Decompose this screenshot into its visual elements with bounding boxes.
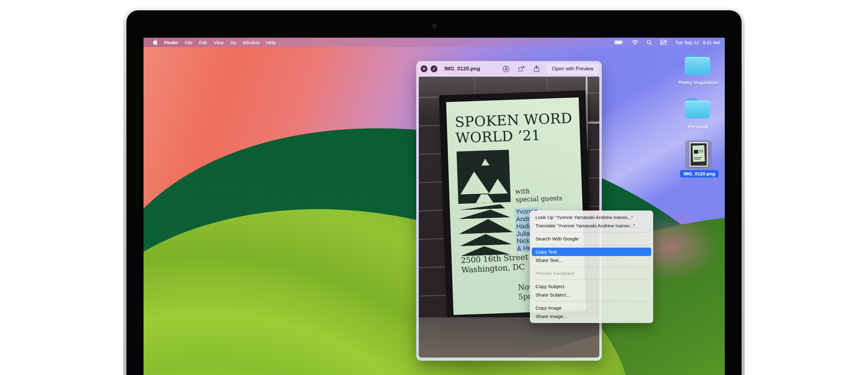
control-center-icon[interactable] — [660, 40, 667, 45]
triangle-icon — [488, 178, 508, 194]
menu-bar-left: Finder File Edit View Go Window Help — [144, 39, 276, 46]
battery-icon[interactable] — [614, 40, 624, 45]
menu-item-search-with-google[interactable]: Search With Google — [530, 234, 653, 243]
menu-item-edit[interactable]: Edit — [199, 40, 207, 45]
apple-icon — [153, 39, 158, 45]
menu-item-share-image[interactable]: Share Image... — [530, 312, 653, 320]
menu-item-share-subject[interactable]: Share Subject... — [530, 291, 653, 299]
poster-graphic-square — [457, 150, 510, 204]
poster-subtitle: withspecial guests — [515, 186, 563, 204]
pavement — [419, 318, 599, 357]
menu-item-finder[interactable]: Finder — [164, 40, 178, 45]
menu-item-help[interactable]: Help — [266, 40, 276, 45]
poster-title: SPOKEN WORDWORLD ’21 — [455, 110, 573, 146]
wifi-icon[interactable] — [632, 40, 639, 45]
context-menu: Look Up “Yvonne Yamasaki Andrew Ivanov..… — [530, 210, 653, 323]
file-thumbnail[interactable] — [690, 142, 708, 167]
clock-time: 9:41 AM — [703, 40, 720, 45]
stage: Finder File Edit View Go Window Help — [0, 0, 868, 375]
quicklook-titlebar[interactable]: ✕ IMG_0120.png — [416, 61, 602, 77]
menu-bar-clock[interactable]: Tue Sep 12 9:41 AM — [675, 40, 720, 45]
folder-label-poetry[interactable]: Poetry Inspiration — [671, 80, 725, 85]
conduit-bracket — [586, 122, 599, 124]
menu-item-look-up[interactable]: Look Up “Yvonne Yamasaki Andrew Ivanov..… — [530, 213, 653, 222]
window-title: IMG_0120.png — [444, 66, 480, 72]
tree-triangle — [458, 209, 510, 219]
menu-separator — [535, 301, 648, 301]
clock-date: Tue Sep 12 — [675, 40, 699, 45]
menu-bar: Finder File Edit View Go Window Help — [144, 38, 725, 47]
menu-item-translate[interactable]: Translate “Yvonne Yamasaki Andrew Ivanov… — [530, 222, 653, 230]
open-with-preview-button[interactable]: Open with Preview — [547, 64, 598, 74]
menu-item-provide-feedback: Provide Feedback — [530, 269, 653, 278]
trapezoid-shape — [470, 194, 498, 203]
menu-separator — [535, 245, 648, 246]
file-name-label[interactable]: IMG_0120.png — [680, 170, 718, 177]
tree-triangle — [458, 218, 513, 234]
tree-triangle — [460, 233, 512, 247]
triangle-icon — [481, 158, 489, 166]
share-icon[interactable] — [533, 65, 540, 73]
folder-label-personal[interactable]: Personal — [671, 124, 725, 129]
webcam — [432, 23, 437, 29]
folder-icon — [685, 98, 710, 118]
menu-item-copy-text[interactable]: Copy Text — [532, 248, 651, 256]
menu-item-share-text[interactable]: Share Text... — [530, 256, 653, 264]
menu-item-window[interactable]: Window — [243, 40, 259, 45]
menu-item-go[interactable]: Go — [230, 40, 236, 45]
guest-name: Nick — [516, 237, 530, 244]
triangle-icon — [460, 171, 489, 194]
apple-menu[interactable] — [153, 39, 158, 46]
close-button[interactable]: ✕ — [421, 65, 428, 72]
rotate-icon[interactable] — [518, 65, 525, 73]
thumbnail-photo — [690, 143, 707, 166]
stone-base — [419, 317, 599, 357]
desktop-folder-personal[interactable] — [685, 98, 710, 118]
desktop-folder-poetry[interactable] — [685, 55, 710, 75]
search-icon[interactable] — [647, 40, 652, 45]
menu-item-view[interactable]: View — [214, 40, 223, 45]
folder-icon — [685, 55, 710, 75]
menu-item-copy-subject[interactable]: Copy Subject — [530, 282, 653, 291]
fullscreen-button[interactable] — [431, 65, 437, 72]
menu-separator — [535, 267, 648, 267]
menu-item-file[interactable]: File — [185, 40, 192, 45]
menu-separator — [535, 280, 648, 280]
menu-item-copy-image[interactable]: Copy Image — [530, 304, 653, 312]
menu-separator — [535, 232, 648, 232]
tree-triangle — [459, 204, 505, 210]
markup-icon[interactable] — [502, 65, 510, 73]
menu-bar-status: Tue Sep 12 9:41 AM — [614, 40, 725, 45]
